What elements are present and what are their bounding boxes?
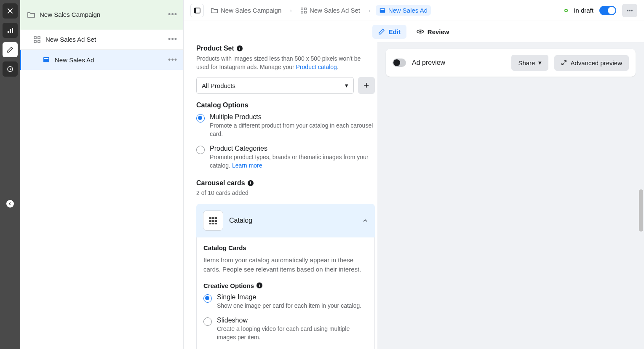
catalog-card-title: Catalog <box>229 217 356 224</box>
expand-icon <box>561 60 567 66</box>
radio-icon <box>203 317 212 326</box>
grid-icon <box>300 7 307 14</box>
top-bar: New Sales Campaign › New Sales Ad Set › … <box>184 0 644 21</box>
folder-icon <box>211 7 218 14</box>
tree-campaign[interactable]: New Sales Campaign ••• <box>20 0 183 29</box>
svg-rect-5 <box>38 37 40 39</box>
svg-rect-17 <box>380 9 384 10</box>
catalog-options-title: Catalog Options <box>196 101 249 109</box>
tree-adset[interactable]: New Sales Ad Set ••• <box>20 29 183 50</box>
breadcrumb-adset[interactable]: New Sales Ad Set <box>297 5 363 16</box>
svg-rect-12 <box>301 8 303 9</box>
breadcrumb-adset-label: New Sales Ad Set <box>310 7 360 14</box>
radio-single-image-desc: Show one image per card for each item in… <box>217 302 361 310</box>
breadcrumb-ad[interactable]: New Sales Ad <box>376 5 431 16</box>
info-icon[interactable]: i <box>237 45 243 51</box>
radio-slideshow-desc: Create a looping video for each card usi… <box>217 325 368 341</box>
svg-rect-8 <box>43 57 49 62</box>
tab-edit[interactable]: Edit <box>372 25 406 39</box>
tree-ad-label: New Sales Ad <box>55 56 166 64</box>
svg-rect-2 <box>12 28 13 33</box>
svg-rect-9 <box>44 58 48 59</box>
status-text: In draft <box>574 7 593 14</box>
eye-icon <box>417 28 424 35</box>
publish-toggle[interactable] <box>599 6 616 15</box>
radio-single-image-label: Single Image <box>217 293 361 301</box>
chevron-up-icon <box>362 218 368 224</box>
catalog-card-header[interactable]: Catalog <box>196 204 375 237</box>
collapse-rail-button[interactable] <box>6 200 14 208</box>
ad-icon <box>42 56 51 64</box>
caret-down-icon: ▾ <box>345 82 348 89</box>
learn-more-link[interactable]: Learn more <box>232 162 262 169</box>
breadcrumb-campaign[interactable]: New Sales Campaign <box>207 5 285 16</box>
close-button[interactable] <box>3 3 18 19</box>
left-rail <box>0 0 20 349</box>
product-set-select[interactable]: All Products ▾ <box>196 77 354 94</box>
svg-rect-19 <box>209 217 211 219</box>
ad-preview-toggle[interactable] <box>393 59 406 67</box>
svg-rect-7 <box>38 40 40 43</box>
svg-rect-27 <box>215 223 217 224</box>
scrollbar-thumb[interactable] <box>639 189 643 232</box>
clock-icon[interactable] <box>3 61 18 77</box>
info-icon[interactable]: i <box>248 180 254 186</box>
tree-adset-label: New Sales Ad Set <box>45 36 166 43</box>
product-catalog-link[interactable]: Product catalog <box>296 64 337 70</box>
edit-icon[interactable] <box>3 42 18 57</box>
carousel-cards-count: 2 of 10 cards added <box>196 189 375 196</box>
radio-single-image[interactable]: Single Image Show one image per card for… <box>203 293 368 310</box>
radio-multiple-products[interactable]: Multiple Products Promote a different pr… <box>196 113 375 138</box>
svg-point-18 <box>419 31 421 33</box>
add-product-set-button[interactable]: + <box>358 77 375 94</box>
more-icon[interactable]: ••• <box>166 54 179 66</box>
catalog-grid-icon <box>203 210 223 231</box>
svg-rect-6 <box>34 40 36 43</box>
svg-rect-13 <box>305 8 306 9</box>
creative-options-title: Creative Options <box>203 282 254 289</box>
radio-icon <box>196 114 205 123</box>
radio-product-categories-label: Product Categories <box>210 145 375 152</box>
product-set-select-value: All Products <box>202 82 235 89</box>
svg-rect-23 <box>212 220 214 222</box>
more-icon[interactable]: ••• <box>166 8 179 21</box>
chevron-right-icon: › <box>288 7 294 14</box>
form-column: Product Set i Products with images sized… <box>184 42 377 349</box>
catalog-cards-subtitle: Catalog Cards <box>203 244 368 251</box>
ad-icon <box>379 7 386 14</box>
svg-rect-22 <box>209 220 211 222</box>
info-icon[interactable]: i <box>257 282 262 288</box>
tree-campaign-label: New Sales Campaign <box>40 11 166 18</box>
radio-product-categories[interactable]: Product Categories Promote product types… <box>196 145 375 170</box>
breadcrumb-campaign-label: New Sales Campaign <box>221 7 281 14</box>
tree-ad[interactable]: New Sales Ad ••• <box>20 50 183 70</box>
caret-down-icon: ▾ <box>538 59 542 67</box>
tab-edit-label: Edit <box>388 28 400 35</box>
status-dot-icon <box>564 9 568 12</box>
chart-icon[interactable] <box>3 23 18 38</box>
svg-rect-21 <box>215 217 217 219</box>
radio-slideshow-label: Slideshow <box>217 317 368 324</box>
share-button[interactable]: Share ▾ <box>511 55 548 71</box>
svg-rect-16 <box>379 8 385 13</box>
svg-rect-0 <box>8 31 9 33</box>
ad-preview-label: Ad preview <box>412 59 505 67</box>
structure-tree: New Sales Campaign ••• New Sales Ad Set … <box>20 0 184 349</box>
breadcrumb-ad-label: New Sales Ad <box>388 7 428 14</box>
radio-multiple-products-label: Multiple Products <box>210 113 375 121</box>
panel-toggle-button[interactable] <box>190 4 204 17</box>
svg-rect-1 <box>10 29 11 33</box>
tab-review-label: Review <box>428 28 449 35</box>
edit-review-tabs: Edit Review <box>184 21 644 42</box>
svg-rect-25 <box>209 223 211 224</box>
preview-bar: Ad preview Share ▾ Advanced preview <box>386 49 636 77</box>
chevron-right-icon: › <box>367 7 372 14</box>
tab-review[interactable]: Review <box>411 24 455 39</box>
product-set-title: Product Set <box>196 45 234 52</box>
radio-slideshow[interactable]: Slideshow Create a looping video for eac… <box>203 317 368 341</box>
svg-rect-4 <box>34 37 36 39</box>
advanced-preview-button[interactable]: Advanced preview <box>554 55 629 71</box>
more-icon[interactable]: ••• <box>166 33 179 45</box>
more-options-button[interactable]: ••• <box>622 4 637 17</box>
svg-rect-14 <box>301 11 303 13</box>
